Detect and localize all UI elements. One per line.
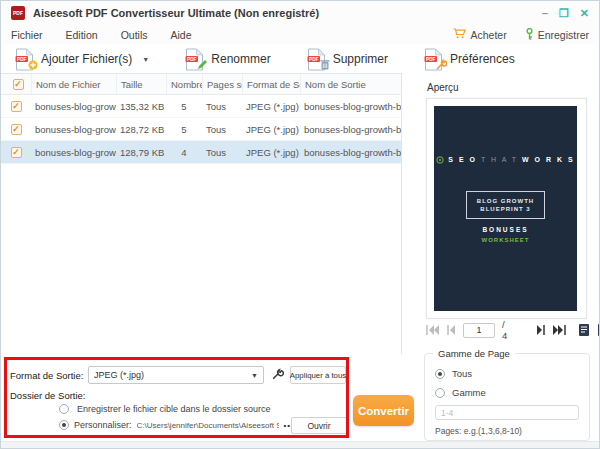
app-window: PDF Aiseesoft PDF Convertisseur Ultimate… bbox=[0, 0, 600, 449]
svg-text:PDF: PDF bbox=[309, 56, 318, 61]
wrench-icon bbox=[272, 366, 284, 384]
minimize-icon[interactable]: – bbox=[542, 8, 548, 19]
customize-label: Personnaliser: bbox=[74, 420, 132, 430]
register-button[interactable]: Enregistrer bbox=[525, 28, 589, 42]
cell-name: bonuses-blog-growth-bl... bbox=[31, 147, 116, 158]
maximize-icon[interactable]: ❐ bbox=[559, 8, 569, 19]
table-row-selected[interactable]: ✓ bonuses-blog-growth-bl... 128,79 KB 4 … bbox=[1, 141, 401, 164]
output-format-value: JPEG (*.jpg) bbox=[94, 370, 144, 380]
delete-label: Supprimer bbox=[333, 52, 388, 66]
worksheet-text: WORKSHEET bbox=[434, 237, 577, 243]
customize-path: C:\Users\jennifer\Documents\Aiseesoft St… bbox=[137, 421, 279, 430]
cell-output: bonuses-blog-growth-blueprin... bbox=[300, 101, 401, 112]
seo-logo-icon bbox=[436, 150, 444, 168]
account-actions: Acheter Enregistrer bbox=[453, 28, 589, 42]
table-row[interactable]: ✓ bonuses-blog-growth-bl... 135,32 KB 5 … bbox=[1, 95, 401, 118]
table-header: ✓ Nom de Fichier Taille Nombre Pages sé … bbox=[1, 74, 401, 95]
output-format-label: Format de Sortie: bbox=[10, 370, 83, 381]
page-total: / 4 bbox=[502, 319, 507, 341]
range-radio[interactable] bbox=[435, 388, 445, 398]
format-settings-button[interactable] bbox=[269, 367, 287, 383]
cell-size: 128,79 KB bbox=[116, 147, 166, 158]
cell-pages: Tous bbox=[202, 101, 242, 112]
buy-button[interactable]: Acheter bbox=[453, 28, 506, 41]
convert-button[interactable]: Convertir bbox=[353, 395, 414, 426]
status-strip bbox=[1, 441, 599, 448]
title-bar: PDF Aiseesoft PDF Convertisseur Ultimate… bbox=[1, 1, 599, 25]
pdf-app-icon: PDF bbox=[11, 6, 25, 20]
page-list-icon[interactable] bbox=[578, 323, 590, 337]
trash-badge-icon bbox=[320, 59, 330, 73]
select-all-checkbox[interactable]: ✓ bbox=[13, 79, 24, 90]
cell-size: 135,32 KB bbox=[116, 101, 166, 112]
row-checkbox[interactable]: ✓ bbox=[11, 101, 22, 112]
range-input[interactable] bbox=[435, 405, 579, 420]
cell-format: JPEG (*.jpg) bbox=[242, 101, 300, 112]
add-file-icon: PDF bbox=[15, 48, 34, 71]
header-size[interactable]: Taille bbox=[116, 74, 166, 94]
all-pages-label: Tous bbox=[452, 368, 472, 379]
header-output[interactable]: Nom de Sortie bbox=[300, 74, 401, 94]
cell-size: 128,72 KB bbox=[116, 124, 166, 135]
menu-fichier[interactable]: Fichier bbox=[11, 29, 43, 41]
cell-count: 5 bbox=[166, 101, 202, 112]
menu-bar: Fichier Edition Outils Aide Acheter Enre… bbox=[1, 25, 599, 44]
last-page-icon[interactable] bbox=[552, 325, 566, 335]
buy-label: Acheter bbox=[470, 29, 506, 41]
range-option[interactable]: Gamme bbox=[435, 387, 579, 398]
cell-format: JPEG (*.jpg) bbox=[242, 147, 300, 158]
cell-format: JPEG (*.jpg) bbox=[242, 124, 300, 135]
save-source-label: Enregistrer le fichier cible dans le dos… bbox=[77, 404, 271, 414]
first-page-icon[interactable] bbox=[426, 325, 440, 335]
blueprint-line2: BLUEPRINT 3 bbox=[480, 206, 530, 212]
cell-pages: Tous bbox=[202, 124, 242, 135]
brand-text: S E O T H A T W O R K S bbox=[448, 156, 574, 163]
close-icon[interactable]: ✕ bbox=[580, 8, 589, 19]
preferences-icon: PDF bbox=[424, 48, 443, 71]
range-hint: Pages: e.g.(1,3,6,8-10) bbox=[435, 426, 579, 436]
all-pages-option[interactable]: Tous bbox=[435, 368, 579, 379]
preferences-label: Préférences bbox=[450, 52, 515, 66]
menu-aide[interactable]: Aide bbox=[170, 29, 191, 41]
header-pages[interactable]: Pages sé bbox=[202, 74, 242, 94]
save-source-radio[interactable] bbox=[59, 404, 69, 414]
header-count[interactable]: Nombre bbox=[166, 74, 202, 94]
menu-outils[interactable]: Outils bbox=[121, 29, 148, 41]
menu-edition[interactable]: Edition bbox=[66, 29, 98, 41]
key-icon bbox=[525, 28, 534, 42]
customize-radio[interactable] bbox=[59, 420, 69, 430]
header-format[interactable]: Format de Sor bbox=[242, 74, 300, 94]
next-page-icon[interactable] bbox=[536, 325, 545, 335]
preview-title: Aperçu bbox=[427, 82, 459, 93]
page-number-input[interactable] bbox=[463, 323, 495, 338]
row-checkbox[interactable]: ✓ bbox=[11, 124, 22, 135]
table-row[interactable]: ✓ bonuses-blog-growth-bl... 128,72 KB 5 … bbox=[1, 118, 401, 141]
pencil-badge-icon bbox=[197, 59, 208, 73]
select-all-cell: ✓ bbox=[1, 74, 31, 94]
prev-page-icon[interactable] bbox=[447, 325, 456, 335]
apply-all-button[interactable]: Appliquer à tous bbox=[290, 366, 346, 384]
preferences-button[interactable]: PDF Préférences bbox=[424, 48, 515, 71]
add-files-button[interactable]: PDF Ajouter Fichier(s) ▼ bbox=[15, 48, 149, 71]
save-source-option[interactable]: Enregistrer le fichier cible dans le dos… bbox=[59, 404, 271, 414]
add-files-label: Ajouter Fichier(s) bbox=[41, 52, 132, 66]
row-checkbox[interactable]: ✓ bbox=[11, 147, 22, 158]
blueprint-box: BLOG GROWTH BLUEPRINT 3 bbox=[466, 191, 545, 219]
output-format-select[interactable]: JPEG (*.jpg) ▼ bbox=[88, 366, 264, 384]
svg-text:PDF: PDF bbox=[17, 56, 26, 61]
rename-button[interactable]: PDF Renommer bbox=[185, 48, 270, 71]
bonuses-text: BONUSES bbox=[434, 226, 577, 233]
rename-label: Renommer bbox=[211, 52, 270, 66]
open-folder-button[interactable]: Ouvrir bbox=[291, 417, 347, 434]
cell-name: bonuses-blog-growth-bl... bbox=[31, 101, 116, 112]
all-pages-radio[interactable] bbox=[435, 369, 445, 379]
dropdown-arrow-icon: ▼ bbox=[251, 372, 258, 379]
wrench-badge-icon bbox=[436, 59, 447, 73]
plus-badge-icon bbox=[28, 59, 38, 73]
header-name[interactable]: Nom de Fichier bbox=[31, 74, 116, 94]
delete-button[interactable]: PDF Supprimer bbox=[307, 48, 388, 71]
window-controls: – ❐ ✕ bbox=[542, 8, 589, 19]
customize-option[interactable]: Personnaliser: C:\Users\jennifer\Documen… bbox=[59, 420, 295, 430]
rename-icon: PDF bbox=[185, 48, 204, 71]
cell-pages: Tous bbox=[202, 147, 242, 158]
